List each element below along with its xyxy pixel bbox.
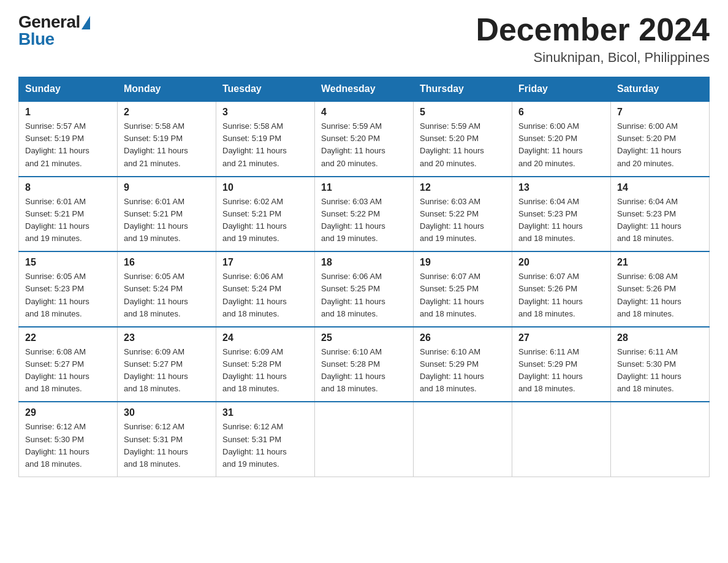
calendar-cell: 4Sunrise: 5:59 AMSunset: 5:20 PMDaylight… <box>315 101 414 177</box>
calendar-cell: 15Sunrise: 6:05 AMSunset: 5:23 PMDayligh… <box>19 251 118 327</box>
calendar-week-1: 1Sunrise: 5:57 AMSunset: 5:19 PMDaylight… <box>19 101 710 177</box>
day-info: Sunrise: 5:58 AMSunset: 5:19 PMDaylight:… <box>222 120 308 170</box>
day-info: Sunrise: 6:06 AMSunset: 5:24 PMDaylight:… <box>222 270 308 320</box>
calendar-cell: 6Sunrise: 6:00 AMSunset: 5:20 PMDaylight… <box>512 101 611 177</box>
calendar-cell: 1Sunrise: 5:57 AMSunset: 5:19 PMDaylight… <box>19 101 118 177</box>
calendar-cell: 10Sunrise: 6:02 AMSunset: 5:21 PMDayligh… <box>216 177 315 252</box>
calendar-week-4: 22Sunrise: 6:08 AMSunset: 5:27 PMDayligh… <box>19 327 710 402</box>
day-number: 5 <box>420 107 506 118</box>
day-number: 30 <box>124 407 210 418</box>
calendar-cell: 28Sunrise: 6:11 AMSunset: 5:30 PMDayligh… <box>611 327 710 402</box>
day-info: Sunrise: 6:05 AMSunset: 5:23 PMDaylight:… <box>25 270 111 320</box>
day-number: 15 <box>25 257 111 268</box>
day-info: Sunrise: 6:12 AMSunset: 5:31 PMDaylight:… <box>222 421 308 470</box>
day-info: Sunrise: 5:59 AMSunset: 5:20 PMDaylight:… <box>420 120 506 170</box>
day-info: Sunrise: 6:08 AMSunset: 5:27 PMDaylight:… <box>25 346 111 396</box>
day-info: Sunrise: 6:08 AMSunset: 5:26 PMDaylight:… <box>617 270 703 320</box>
day-info: Sunrise: 6:02 AMSunset: 5:21 PMDaylight:… <box>222 196 308 245</box>
day-number: 20 <box>518 257 604 268</box>
day-number: 12 <box>420 182 506 193</box>
weekday-header-tuesday: Tuesday <box>216 77 315 102</box>
day-number: 2 <box>124 107 210 118</box>
calendar-cell: 21Sunrise: 6:08 AMSunset: 5:26 PMDayligh… <box>611 251 710 327</box>
day-number: 3 <box>222 107 308 118</box>
day-info: Sunrise: 6:10 AMSunset: 5:29 PMDaylight:… <box>420 346 506 396</box>
day-info: Sunrise: 6:11 AMSunset: 5:30 PMDaylight:… <box>617 346 703 396</box>
calendar-cell: 11Sunrise: 6:03 AMSunset: 5:22 PMDayligh… <box>315 177 414 252</box>
calendar-cell: 14Sunrise: 6:04 AMSunset: 5:23 PMDayligh… <box>611 177 710 252</box>
calendar-cell: 2Sunrise: 5:58 AMSunset: 5:19 PMDaylight… <box>118 101 216 177</box>
calendar-week-3: 15Sunrise: 6:05 AMSunset: 5:23 PMDayligh… <box>19 251 710 327</box>
calendar-cell: 29Sunrise: 6:12 AMSunset: 5:30 PMDayligh… <box>19 402 118 477</box>
day-number: 8 <box>25 182 111 193</box>
day-info: Sunrise: 6:07 AMSunset: 5:25 PMDaylight:… <box>420 270 506 320</box>
calendar-cell: 8Sunrise: 6:01 AMSunset: 5:21 PMDaylight… <box>19 177 118 252</box>
calendar-cell: 20Sunrise: 6:07 AMSunset: 5:26 PMDayligh… <box>512 251 611 327</box>
calendar-cell: 19Sunrise: 6:07 AMSunset: 5:25 PMDayligh… <box>414 251 512 327</box>
day-number: 22 <box>25 332 111 343</box>
calendar-cell: 7Sunrise: 6:00 AMSunset: 5:20 PMDaylight… <box>611 101 710 177</box>
calendar-cell: 30Sunrise: 6:12 AMSunset: 5:31 PMDayligh… <box>118 402 216 477</box>
weekday-header-monday: Monday <box>118 77 216 102</box>
day-info: Sunrise: 6:01 AMSunset: 5:21 PMDaylight:… <box>25 196 111 245</box>
day-number: 21 <box>617 257 703 268</box>
day-number: 25 <box>321 332 407 343</box>
day-number: 19 <box>420 257 506 268</box>
calendar-cell <box>315 402 414 477</box>
calendar-cell: 24Sunrise: 6:09 AMSunset: 5:28 PMDayligh… <box>216 327 315 402</box>
calendar-week-2: 8Sunrise: 6:01 AMSunset: 5:21 PMDaylight… <box>19 177 710 252</box>
weekday-header-friday: Friday <box>512 77 611 102</box>
day-info: Sunrise: 6:03 AMSunset: 5:22 PMDaylight:… <box>321 196 407 245</box>
day-info: Sunrise: 6:03 AMSunset: 5:22 PMDaylight:… <box>420 196 506 245</box>
day-info: Sunrise: 6:09 AMSunset: 5:28 PMDaylight:… <box>222 346 308 396</box>
day-number: 31 <box>222 407 308 418</box>
calendar-week-5: 29Sunrise: 6:12 AMSunset: 5:30 PMDayligh… <box>19 402 710 477</box>
calendar-cell <box>611 402 710 477</box>
day-info: Sunrise: 6:05 AMSunset: 5:24 PMDaylight:… <box>124 270 210 320</box>
day-info: Sunrise: 6:12 AMSunset: 5:31 PMDaylight:… <box>124 421 210 470</box>
day-number: 26 <box>420 332 506 343</box>
day-info: Sunrise: 6:04 AMSunset: 5:23 PMDaylight:… <box>518 196 604 245</box>
calendar-cell: 23Sunrise: 6:09 AMSunset: 5:27 PMDayligh… <box>118 327 216 402</box>
calendar-table: SundayMondayTuesdayWednesdayThursdayFrid… <box>18 77 710 477</box>
calendar-cell: 25Sunrise: 6:10 AMSunset: 5:28 PMDayligh… <box>315 327 414 402</box>
calendar-header: SundayMondayTuesdayWednesdayThursdayFrid… <box>19 77 710 102</box>
day-number: 24 <box>222 332 308 343</box>
day-info: Sunrise: 6:09 AMSunset: 5:27 PMDaylight:… <box>124 346 210 396</box>
day-number: 28 <box>617 332 703 343</box>
day-number: 7 <box>617 107 703 118</box>
day-info: Sunrise: 5:58 AMSunset: 5:19 PMDaylight:… <box>124 120 210 170</box>
day-number: 29 <box>25 407 111 418</box>
calendar-cell: 3Sunrise: 5:58 AMSunset: 5:19 PMDaylight… <box>216 101 315 177</box>
title-section: December 2024 Sinuknipan, Bicol, Philipp… <box>476 12 710 66</box>
day-info: Sunrise: 6:12 AMSunset: 5:30 PMDaylight:… <box>25 421 111 470</box>
day-info: Sunrise: 6:00 AMSunset: 5:20 PMDaylight:… <box>617 120 703 170</box>
page-header: General Blue December 2024 Sinuknipan, B… <box>18 12 710 66</box>
calendar-cell <box>414 402 512 477</box>
calendar-cell: 17Sunrise: 6:06 AMSunset: 5:24 PMDayligh… <box>216 251 315 327</box>
weekday-header-saturday: Saturday <box>611 77 710 102</box>
day-number: 6 <box>518 107 604 118</box>
day-info: Sunrise: 6:07 AMSunset: 5:26 PMDaylight:… <box>518 270 604 320</box>
day-info: Sunrise: 6:10 AMSunset: 5:28 PMDaylight:… <box>321 346 407 396</box>
day-number: 17 <box>222 257 308 268</box>
weekday-header-thursday: Thursday <box>414 77 512 102</box>
day-number: 18 <box>321 257 407 268</box>
calendar-body: 1Sunrise: 5:57 AMSunset: 5:19 PMDaylight… <box>19 101 710 477</box>
day-info: Sunrise: 6:00 AMSunset: 5:20 PMDaylight:… <box>518 120 604 170</box>
calendar-cell <box>512 402 611 477</box>
day-number: 14 <box>617 182 703 193</box>
day-number: 10 <box>222 182 308 193</box>
day-info: Sunrise: 6:11 AMSunset: 5:29 PMDaylight:… <box>518 346 604 396</box>
day-number: 13 <box>518 182 604 193</box>
calendar-cell: 5Sunrise: 5:59 AMSunset: 5:20 PMDaylight… <box>414 101 512 177</box>
weekday-header-sunday: Sunday <box>19 77 118 102</box>
day-info: Sunrise: 6:06 AMSunset: 5:25 PMDaylight:… <box>321 270 407 320</box>
day-number: 9 <box>124 182 210 193</box>
day-info: Sunrise: 5:59 AMSunset: 5:20 PMDaylight:… <box>321 120 407 170</box>
logo-triangle-icon <box>82 16 90 29</box>
logo: General Blue <box>18 12 90 49</box>
calendar-cell: 22Sunrise: 6:08 AMSunset: 5:27 PMDayligh… <box>19 327 118 402</box>
day-number: 11 <box>321 182 407 193</box>
day-info: Sunrise: 5:57 AMSunset: 5:19 PMDaylight:… <box>25 120 111 170</box>
